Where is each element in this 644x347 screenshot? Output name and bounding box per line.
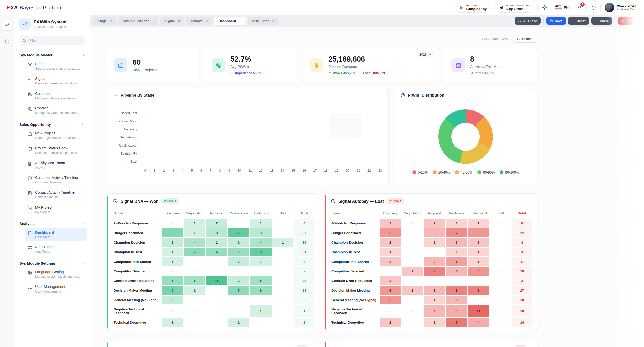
refresh-button[interactable]: Refresh <box>513 35 537 43</box>
target-icon <box>212 58 225 72</box>
x-tick: 4 <box>181 169 183 172</box>
cell-empty: · <box>490 318 511 327</box>
tab-label: Tenants <box>191 19 202 23</box>
close-icon[interactable] <box>239 20 242 22</box>
app-store-button[interactable]: DOWNLOAD ON THE App Store <box>495 3 533 13</box>
cell-value: 1 <box>446 219 467 228</box>
section-header-sales-opportunity[interactable]: Sales Opportunity <box>19 123 85 127</box>
rail-analytics-button[interactable] <box>2 20 12 30</box>
sidebar-item-contact[interactable]: ContactManage key persons and deci... <box>25 104 87 118</box>
shield-icon[interactable] <box>4 39 10 45</box>
item-text: ContactManage key persons and deci... <box>35 106 80 115</box>
at-risk-threshold-input[interactable] <box>514 345 526 347</box>
card-header: At Risk P < % <box>325 340 537 347</box>
close-icon[interactable] <box>178 20 180 22</box>
x-tick: 5 <box>191 169 193 172</box>
cell-empty: · <box>402 305 423 317</box>
sidebar-item-user-management[interactable]: User ManagementUser Management <box>25 282 87 296</box>
save-button[interactable]: Save <box>546 17 566 25</box>
sidebar-item-dashboard[interactable]: DashboardDashboard <box>25 228 87 242</box>
close-button[interactable]: Close <box>591 17 612 25</box>
tab-stage[interactable]: Stage <box>93 17 116 25</box>
column-header: Stall <box>490 209 511 218</box>
us-flag-icon <box>555 5 562 10</box>
google-play-button[interactable]: GET IT ON Google Play <box>455 3 491 13</box>
kpi-value: 8 <box>470 55 504 63</box>
signal-name: Contract Draft Requested <box>112 276 161 285</box>
column-header: Stall <box>272 209 293 218</box>
avatar <box>605 3 614 12</box>
section-items: Language SettingManage system labels and… <box>22 267 87 296</box>
sidebar-item-signal[interactable]: SignalBayesian inference indicators. <box>25 74 87 88</box>
notifications-button[interactable]: 1 <box>577 4 582 11</box>
theme-toggle-sun-icon[interactable] <box>542 5 547 10</box>
section-header-sys-module-settings[interactable]: Sys Module Settings <box>19 261 85 265</box>
x-tick: 15 <box>291 169 295 172</box>
sidebar-item-customer[interactable]: CustomerManage customer profiles and... <box>25 89 87 103</box>
main-area: StageAdmin Audit LogsSignalTenantsDashbo… <box>90 15 644 347</box>
sidebar-item-stage[interactable]: StageSales process stages manage... <box>25 59 87 73</box>
signal-name: Competitor Info Shared <box>330 257 379 266</box>
tab-admin-audit-logs[interactable]: Admin Audit Logs <box>118 17 158 25</box>
all-close-button[interactable]: All Close <box>515 17 541 25</box>
sidebar-item-my-project[interactable]: My ProjectMy Project <box>25 203 87 217</box>
user-org: ExaEuler Corp <box>617 8 637 12</box>
x-tick: 3 <box>172 169 174 172</box>
bar-label: Closed Won <box>112 119 141 123</box>
close-icon[interactable] <box>110 20 113 22</box>
sidebar-item-project-status-book[interactable]: Project Status BookDashboard for active … <box>25 143 87 157</box>
cell-value: 9 <box>162 286 183 295</box>
signal-name: Competitor Selected <box>112 267 161 276</box>
cell-value: 4 <box>446 305 467 317</box>
hot-deals-threshold-input[interactable] <box>297 345 309 347</box>
reset-button[interactable]: Reset <box>568 17 589 25</box>
close-icon[interactable] <box>205 20 208 22</box>
close-icon[interactable] <box>272 20 275 22</box>
legend-label: 80-100% <box>505 170 519 174</box>
sidebar-item-new-project[interactable]: New ProjectCore project entities, timeli… <box>25 129 87 142</box>
table-row: Negative Technical Feedback··3411·18 <box>330 305 532 317</box>
charts-row: Pipeline By Stage Closed LostClosed WonD… <box>107 88 537 185</box>
chevron-down-icon <box>81 222 85 225</box>
bar-row-solution-fit: Solution-Fit <box>112 149 382 157</box>
cell-empty: · <box>250 267 271 276</box>
bar-track <box>141 158 382 165</box>
table-header: Signal Autopsy — Lost 21 deals <box>325 194 537 208</box>
idcard-icon <box>27 191 32 196</box>
year-select[interactable]: 2026 <box>417 51 434 58</box>
tab-signal[interactable]: Signal <box>160 17 184 25</box>
sidebar-item-customer-activity-timeline[interactable]: Customer Activity TimelineCustomer Timel… <box>25 173 87 187</box>
cell-value: 2 <box>380 318 401 327</box>
sidebar-item-auto-tuner[interactable]: Auto TunerAuto Tuner <box>25 242 87 256</box>
close-icon[interactable] <box>152 20 155 22</box>
section-header-analysis[interactable]: Analysis <box>19 222 85 226</box>
delete-button[interactable]: Delete <box>618 17 639 25</box>
sidebar-item-activity-war-room[interactable]: Activity War RoomActivity <box>25 158 87 172</box>
tab-dashboard[interactable]: Dashboard <box>214 17 246 25</box>
section-header-sys-module-master[interactable]: Sys Module Master <box>19 53 85 57</box>
toolbar: Last updated: 12:58 Refresh <box>107 35 537 43</box>
chat-icon[interactable] <box>591 5 596 10</box>
cell-empty: · <box>250 296 271 304</box>
row-total: 23 <box>294 286 314 295</box>
signal-autopsy-lost-card: Signal Autopsy — Lost 21 deals SignalDis… <box>325 193 537 331</box>
scrollbar[interactable] <box>642 19 642 343</box>
file-icon <box>27 161 32 166</box>
sidebar-item-contact-activity-timeline[interactable]: Contact Activity TimelineContact Timelin… <box>25 188 87 202</box>
sidebar-app-icon <box>19 19 31 30</box>
tab-tenants[interactable]: Tenants <box>186 17 212 25</box>
tab-auto-tuner[interactable]: Auto Tuner <box>248 17 278 25</box>
language-selector[interactable]: EN <box>555 5 569 10</box>
item-label: Customer Activity Timeline <box>35 175 78 180</box>
user-menu[interactable]: exaeuler-win ExaEuler Corp <box>605 3 637 12</box>
sidebar-item-language-setting[interactable]: Language SettingManage system labels and… <box>25 267 87 281</box>
cell-empty: · <box>272 219 293 228</box>
x-icon <box>359 72 362 74</box>
cell-empty: · <box>402 238 423 247</box>
tab-actions: All CloseSaveResetCloseDelete <box>515 17 639 25</box>
bar-label: Solution-Fit <box>112 152 141 155</box>
cell-empty: · <box>424 248 445 256</box>
trending-up-icon <box>4 22 10 28</box>
filter-input[interactable] <box>29 38 82 43</box>
button-label: All Close <box>523 19 537 23</box>
